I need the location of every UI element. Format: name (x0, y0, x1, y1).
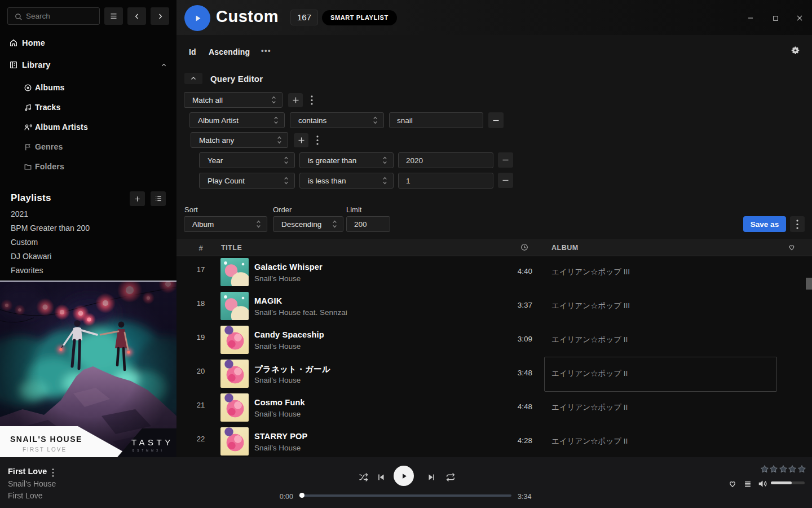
save-options-button[interactable] (790, 216, 805, 232)
star-icon[interactable] (797, 465, 806, 474)
sidebar-item-tracks[interactable]: Tracks (0, 101, 176, 113)
playlist-options-button[interactable] (151, 191, 166, 206)
track-album-art (220, 258, 249, 286)
rule-field-select[interactable]: Year (199, 152, 295, 168)
rule-value-input[interactable] (398, 152, 493, 168)
rule-value-input[interactable] (398, 173, 493, 189)
star-icon[interactable] (760, 465, 769, 474)
table-row[interactable]: 17 Galactic Whisper Snail’s House 4:40 エ… (176, 255, 812, 289)
table-row[interactable]: 19 Candy Spaceship Snail’s House 3:09 エイ… (176, 323, 812, 357)
rule-field-select[interactable]: Album Artist (189, 112, 285, 128)
more-options-button[interactable]: ••• (261, 46, 271, 55)
column-album[interactable]: ALBUM (551, 244, 579, 252)
sort-select[interactable]: Album (184, 216, 267, 232)
table-row[interactable]: 20 プラネット・ガール Snail’s House 3:48 エイリアン☆ポッ… (176, 357, 812, 391)
group-menu-button[interactable] (314, 133, 321, 147)
add-playlist-button[interactable] (130, 191, 145, 206)
menu-button[interactable] (104, 7, 123, 25)
group-menu-button[interactable] (308, 93, 316, 107)
search-box[interactable] (7, 7, 100, 25)
now-playing-menu-button[interactable] (50, 468, 56, 477)
seek-knob[interactable] (299, 493, 304, 498)
previous-track-button[interactable] (376, 472, 386, 481)
add-rule-button[interactable] (294, 133, 308, 147)
query-editor-collapse-button[interactable] (184, 73, 202, 84)
kebab-icon (311, 95, 313, 105)
remove-rule-button[interactable] (488, 112, 504, 128)
playlist-item[interactable]: 2021 (11, 209, 28, 218)
select-updown-icon (332, 220, 338, 229)
settings-gear-icon[interactable] (791, 46, 800, 55)
window-maximize-button[interactable] (770, 12, 781, 24)
nav-forward-button[interactable] (151, 7, 169, 25)
shuffle-icon (358, 472, 369, 482)
rule-operator-select[interactable]: is greater than (299, 152, 394, 168)
track-count-badge: 167 (290, 10, 318, 25)
sidebar-item-genres[interactable]: Genres (0, 141, 176, 153)
volume-icon[interactable] (757, 479, 768, 489)
minimize-icon (747, 14, 754, 22)
duration-column-icon[interactable] (520, 243, 528, 251)
star-icon[interactable] (769, 465, 778, 474)
track-title: プラネット・ガール (254, 364, 330, 375)
rule-operator-select[interactable]: is less than (299, 173, 394, 189)
rule-value-input[interactable] (389, 112, 483, 128)
playlist-item[interactable]: Favorites (11, 266, 43, 275)
sort-direction-button[interactable]: Ascending (209, 47, 250, 56)
match-type-select[interactable]: Match all (184, 92, 283, 108)
rating-stars[interactable] (760, 465, 806, 474)
sort-field-button[interactable]: Id (189, 47, 196, 56)
star-icon[interactable] (788, 465, 797, 474)
window-minimize-button[interactable] (745, 12, 756, 24)
sidebar-item-folders[interactable]: Folders (0, 160, 176, 173)
favorite-button[interactable] (728, 479, 737, 488)
save-as-button[interactable]: Save as (743, 216, 786, 232)
add-rule-button[interactable] (288, 93, 303, 107)
window-close-button[interactable] (794, 12, 805, 24)
play-pause-button[interactable] (394, 466, 414, 486)
star-icon[interactable] (779, 465, 788, 474)
column-index[interactable]: # (192, 244, 209, 252)
next-track-button[interactable] (426, 472, 436, 481)
playlist-item[interactable]: DJ Okawari (11, 252, 51, 261)
table-row[interactable]: 21 Cosmo Funk Snail’s House 4:48 エイリアン☆ポ… (176, 391, 812, 424)
rule-operator-select[interactable]: contains (290, 112, 384, 128)
match-type-select[interactable]: Match any (191, 132, 288, 148)
search-input[interactable] (26, 8, 98, 24)
queue-button[interactable] (744, 480, 752, 488)
now-playing-album-art[interactable]: SNAIL'S HOUSE FIRST LOVE TASTY B S T M M… (0, 281, 176, 457)
playlist-item[interactable]: Custom (11, 238, 38, 247)
now-playing-title: First Love (8, 467, 47, 476)
rule-field-select[interactable]: Play Count (199, 173, 295, 189)
scrollbar-thumb[interactable] (806, 278, 812, 290)
now-playing-album: First Love (8, 491, 42, 500)
track-title: STARRY POP (254, 432, 307, 441)
chevron-up-icon[interactable] (161, 62, 167, 68)
shuffle-button[interactable] (358, 472, 369, 482)
sidebar: Home Library Albums Tracks Album Artists… (0, 0, 176, 457)
favorite-column-icon[interactable] (788, 243, 796, 251)
track-table: # TITLE ALBUM 17 Galactic Whisper Snail’… (176, 239, 812, 457)
repeat-button[interactable] (445, 472, 456, 482)
search-icon (14, 12, 23, 21)
sidebar-item-album-artists[interactable]: Album Artists (0, 121, 176, 133)
nav-back-button[interactable] (127, 7, 146, 25)
playlist-item[interactable]: BPM Greater than 200 (11, 224, 90, 233)
limit-input[interactable] (346, 216, 390, 232)
column-title[interactable]: TITLE (221, 244, 242, 252)
remove-rule-button[interactable] (498, 152, 513, 168)
table-row[interactable]: 22 STARRY POP Snail’s House 4:28 エイリアン☆ポ… (176, 424, 812, 457)
sidebar-item-home[interactable]: Home (0, 37, 176, 49)
volume-slider[interactable] (771, 481, 805, 484)
album-cell-focus-outline[interactable] (544, 357, 777, 392)
table-row[interactable]: 18 MAGIK Snail’s House feat. Sennzai 3:3… (176, 289, 812, 323)
order-select[interactable]: Descending (273, 216, 343, 232)
track-title: MAGIK (254, 296, 282, 305)
play-playlist-button[interactable] (184, 5, 210, 31)
track-artist: Snail’s House (254, 274, 301, 283)
seek-bar[interactable] (299, 494, 511, 497)
remove-rule-button[interactable] (498, 173, 513, 188)
track-duration: 4:28 (492, 436, 532, 445)
sidebar-item-albums[interactable]: Albums (0, 81, 176, 94)
sidebar-item-library[interactable]: Library (0, 59, 176, 71)
